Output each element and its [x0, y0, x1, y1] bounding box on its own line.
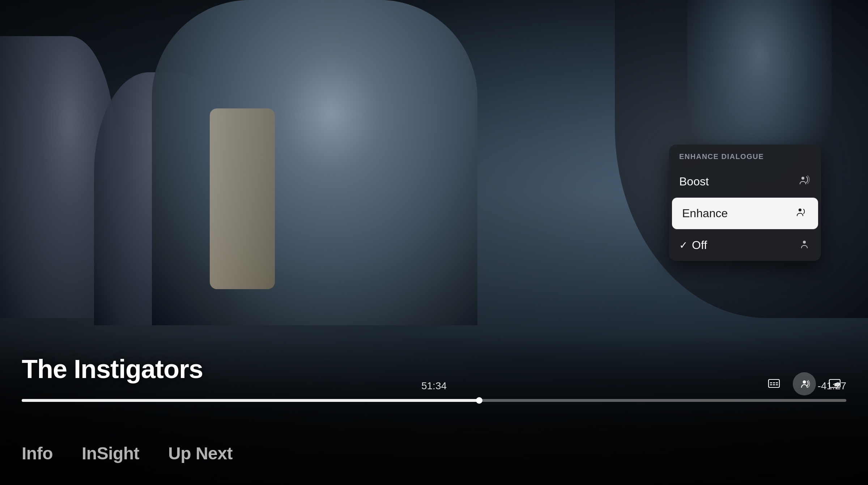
figure-driver — [152, 0, 477, 325]
option-enhance-icon — [795, 206, 808, 221]
progress-container[interactable] — [22, 399, 846, 402]
svg-rect-4 — [770, 385, 772, 386]
option-boost[interactable]: Boost — [669, 166, 821, 197]
checkmark-icon: ✓ — [679, 239, 688, 251]
svg-rect-5 — [773, 385, 775, 386]
svg-rect-10 — [834, 383, 839, 386]
seat-detail — [210, 108, 275, 289]
control-icons-row — [762, 372, 846, 395]
svg-rect-2 — [773, 382, 775, 383]
tab-insight[interactable]: InSight — [82, 443, 139, 463]
svg-point-8 — [803, 381, 806, 384]
option-boost-label: Boost — [679, 175, 709, 188]
option-off-label: Off — [692, 239, 707, 252]
audio-enhance-button[interactable] — [793, 372, 816, 395]
option-boost-icon — [798, 174, 811, 189]
option-enhance-label: Enhance — [682, 207, 728, 220]
svg-rect-1 — [770, 382, 772, 383]
off-row: ✓ Off — [679, 239, 707, 252]
svg-point-11 — [801, 177, 804, 180]
svg-point-12 — [799, 209, 801, 211]
progress-bar-fill — [22, 399, 479, 402]
svg-point-13 — [803, 241, 806, 244]
enhance-dialogue-popup: ENHANCE DIALOGUE Boost Enhance — [669, 145, 821, 261]
option-off[interactable]: ✓ Off — [669, 229, 821, 261]
progress-scrubber[interactable] — [476, 397, 482, 404]
svg-rect-0 — [769, 379, 779, 387]
svg-rect-3 — [776, 382, 778, 383]
enhance-dialogue-title: ENHANCE DIALOGUE — [679, 153, 811, 161]
svg-rect-6 — [776, 385, 778, 386]
option-off-icon — [798, 237, 811, 253]
option-enhance[interactable]: Enhance — [672, 198, 818, 229]
time-current: 51:34 — [421, 380, 447, 392]
popup-header: ENHANCE DIALOGUE — [669, 145, 821, 166]
movie-title: The Instigators — [22, 354, 203, 384]
movie-title-area: The Instigators — [22, 354, 203, 384]
progress-bar-background[interactable] — [22, 399, 846, 402]
tab-info[interactable]: Info — [22, 443, 53, 463]
tab-upnext[interactable]: Up Next — [168, 443, 233, 463]
pip-button[interactable] — [823, 372, 846, 395]
bottom-tabs: Info InSight Up Next — [22, 443, 233, 463]
subtitles-button[interactable] — [762, 372, 786, 395]
